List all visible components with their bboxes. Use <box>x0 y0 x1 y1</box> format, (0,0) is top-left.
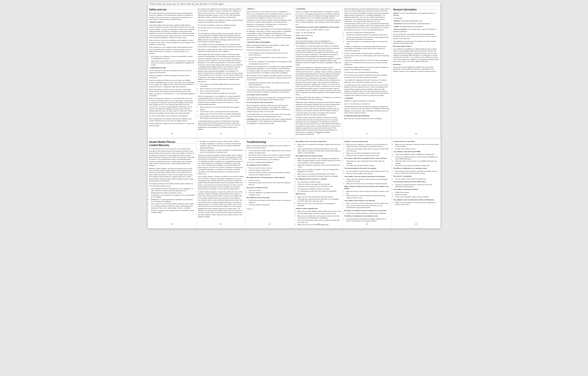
p-conditions-content: You are advised to switch off the cellph… <box>149 70 195 74</box>
list-23-unable-features: Check with your operator to make sure th… <box>346 178 390 185</box>
p-15-before-removing: Before removing the battery from your ce… <box>247 44 292 48</box>
p-20-hardware-repairs: To obtain hardware repairs or replacemen… <box>198 191 243 218</box>
page-content: Safety and use We recommend that you rea… <box>148 6 441 228</box>
page-19: Alcatel Mobile PhonesLimited Warranty TC… <box>148 138 197 228</box>
list-23-icon-displayed: You have saved too many short messages; … <box>346 218 390 222</box>
p-17-fcc-for: For the receiver devices associated with… <box>344 52 390 59</box>
p-16-highest-sar: The highest SAR value when tested is 1.0… <box>296 96 341 101</box>
p-17-conditions-2: (2) this device must accept any interfer… <box>344 74 390 78</box>
list-24-no-service: You are outside of the network coverage … <box>395 178 439 180</box>
p-16-characteristics: Characteristics of power supply (dependi… <box>296 26 341 28</box>
p-21-screen-difficult: My screen is difficult to read <box>247 187 292 189</box>
list-24-incorrect-pin: Contact your network operator to obtain … <box>395 184 439 188</box>
p-21-and-carry: and carry out the following verification… <box>247 161 292 163</box>
p-care: Always handle your cellphone with care a… <box>149 123 195 127</box>
p-19-batteries: Batteries, power adapters, and other acc… <box>149 167 195 182</box>
p-16-radio-waves: • RADIO WAVES: <box>296 37 341 39</box>
p-18-disclaimer-content: There may be certain differences between… <box>393 66 439 72</box>
list-21-switch-on: Press ① until the screen comes on Check … <box>249 167 292 176</box>
p-15-non-eu-content: Items of equipment with this symbol are … <box>247 104 292 113</box>
p-16-battery: Battery: Lithium 830 mAh <box>296 35 341 37</box>
list-17-measures: Reorient or relocate the receiving anten… <box>346 32 390 45</box>
p-18-protection-against-theft: Protection against theft ⑴ <box>393 45 439 47</box>
p-16-exposure: The exposure standard for cellphones emp… <box>296 67 341 96</box>
p-traffic-safety-content: Given that studies show that using a cel… <box>149 24 195 39</box>
list-21-turns-off: Check that your keypad is locked when yo… <box>249 199 292 206</box>
list-20-damage: Damage from exposure to water or other l… <box>200 140 243 153</box>
p-15-privacy: Please note that you must respect the la… <box>247 11 292 27</box>
page-21-heading: Troubleshooting <box>247 140 292 144</box>
p-15-battery-accessories: • BATTERY AND ACCESSORIES: <box>247 41 292 43</box>
page-21: Troubleshooting Before contacting the af… <box>245 138 294 228</box>
page-number-22: 22 <box>317 223 319 225</box>
page-number-14: 14 <box>220 132 222 135</box>
p-22-not-charge: My cellphone will not charge properly <box>296 155 341 157</box>
page-14: Do not allow your cellphone to be expose… <box>196 6 245 138</box>
list-24-bluetooth: Make sure that Bluetooth is turned on an… <box>395 202 439 206</box>
p-17-equipped: Your cellphone is equipped with a built-… <box>344 79 390 83</box>
p-21-turns-off: My cellphone turns off by itself <box>247 197 292 199</box>
p-23-icon-displayed: The ⊠ icon is displayed on my standby sc… <box>344 215 390 217</box>
p-15-observe: Observe the following precautions for ba… <box>247 49 292 51</box>
list-electronic: do not place your cellphone on top of th… <box>151 55 195 66</box>
p-17-conditions: (1) this device may not cause harmful in… <box>344 71 390 73</box>
p-23-incoming: Unable to receive incoming calls <box>344 140 390 142</box>
p-18-transceiver: Your cellphone is a transceiver that ope… <box>393 40 439 44</box>
p-18-disclaimer: Disclaimer <box>393 63 439 65</box>
p-traffic-safety-label: •TRAFFIC SAFETY: <box>149 21 195 23</box>
p-23-select-number: When I select a number from my directory… <box>344 185 390 190</box>
p-electronic: When switched on, your cellphone emits e… <box>149 46 195 54</box>
list-14-pain: Take a minimum of a 15-minute break ever… <box>200 106 243 119</box>
list-23-callers-unable: Contact your network operator to check s… <box>346 212 390 214</box>
p-switched-on: When the cellphone is switched on, it sh… <box>149 97 195 114</box>
list-23-select-number: Make sure that you have correctly record… <box>346 190 390 199</box>
p-21-before: Before contacting the aftersales departm… <box>247 145 292 149</box>
list-24-download-files: Check for free space Delete some files C… <box>395 191 439 198</box>
list-24-sim-icon: Check that you have inserted a valid SIM… <box>395 170 439 174</box>
list-22-sim: Make sure the SIM card has been correctl… <box>298 196 341 207</box>
p-17-fcc-statement: This device complies with Part 15 of the… <box>344 59 390 66</box>
p-17-note: Note:This equipment has been tested and … <box>344 8 390 31</box>
p-16-chargers: • CHARGERS <box>296 8 341 10</box>
p-23-sound-quality: The sound quality of the calls is not op… <box>344 167 390 169</box>
top-bar-left: IP3125_565A_QG_Eng_USA_04_100712:303_QG_… <box>150 3 224 5</box>
page-15: • PRIVACY: Please note that you must res… <box>245 6 294 138</box>
page-number-20: 20 <box>220 223 222 225</box>
p-traffic-safety: We recommend that you read these instruc… <box>149 12 195 20</box>
p-14-music: ⚠ Prolonged exposure to music at a full … <box>198 120 243 130</box>
p-24-voicemail: I cannot access my voicemail <box>393 140 439 142</box>
p-16-travel-charger: Travel charger: Input : 100-240V, 50/60 … <box>296 29 341 31</box>
p-18-ezitext: eziText™ and Zi™ are trademarks of Zi Co… <box>393 12 439 16</box>
p-14-battery-charger: Use only batteries, battery chargers, an… <box>198 33 243 43</box>
p-17-mobile-devices: As mobile devices offer a range of funct… <box>344 84 390 96</box>
list-23-sound-quality: You can adjust the volume during a call … <box>346 170 390 175</box>
p-17-footnote: ⑮ Contact your network operator for serv… <box>344 118 390 120</box>
page-number-19: 19 <box>171 223 173 225</box>
p-23-unable-features: I am unable to use the features describe… <box>344 175 390 177</box>
p-24-bluetooth: The cellphone can't be detected by other… <box>393 199 439 201</box>
p-24-incorrect-pin: I have already entered 3 incorrect PIN c… <box>393 181 439 183</box>
p-16-output: Output : 5V, 350 mA/400 mA <box>296 32 341 34</box>
list-23-caller-name: Check that you have subscribed to this s… <box>346 160 390 167</box>
p-21-press-indicator: Press ① <box>247 208 292 210</box>
p-22-not-connect: My cellphone will not connect to a netwo… <box>296 178 341 180</box>
page-18: General information eziText™ and Zi™ are… <box>392 6 441 138</box>
p-15-non-european: In non European Union jurisdictions: <box>247 101 292 103</box>
p-15-collection-points: These collection points are accessible f… <box>247 97 292 101</box>
p-18-twitter: • Twitter: http://www.twitter.com/Alcate… <box>393 26 439 28</box>
page-18-heading: General information <box>393 8 439 11</box>
p-17-device-complies: This device complies with Part 15 of the… <box>344 66 390 71</box>
p-18-protection-content: Your cellphone is identified by an IMEI … <box>393 48 439 63</box>
list-15-symbol: Municipal waste disposal centers with sp… <box>249 82 292 88</box>
p-14-dispose: Your cellphone should not be disposed of… <box>198 43 243 48</box>
p-switch-off-3: Switch the cellphone off when you are ne… <box>149 88 195 97</box>
page-17: Note:This equipment has been tested and … <box>343 6 392 138</box>
list-24-voicemail: Make sure your operator's voicemail numb… <box>395 143 439 150</box>
list-14-safety: Do not play or use a flashing-lights fea… <box>200 83 243 94</box>
page-13-heading: Safety and use <box>149 8 195 11</box>
p-15-privacy-head: • PRIVACY: <box>247 8 292 10</box>
p-16-radio-content: THIS CELLPHONE MEETS THE GOVERNMENTS REQ… <box>296 40 341 44</box>
page-number-17: 17 <box>366 132 368 135</box>
p-17-otegi: Otegi® is a registered trademark of Oteg… <box>344 100 390 102</box>
p-15-us-recycling: In the United States you may learn more … <box>247 113 292 118</box>
